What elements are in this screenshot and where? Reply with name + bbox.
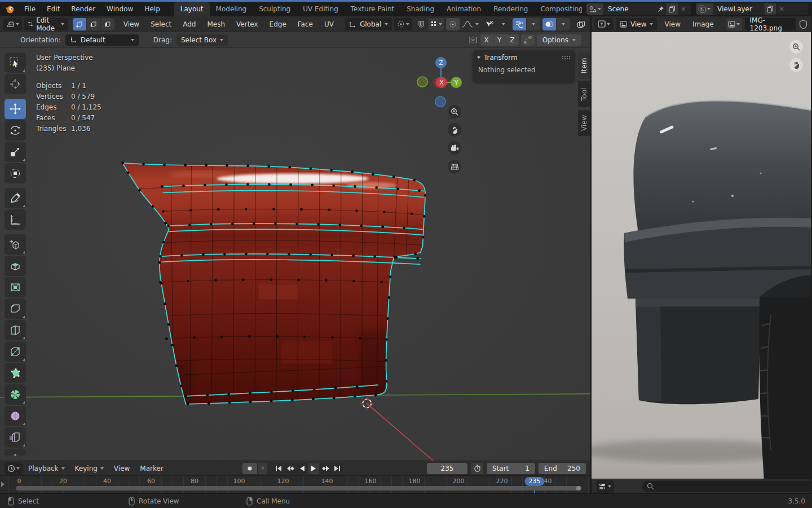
- unlink-scene-icon[interactable]: ×: [678, 3, 689, 15]
- jump-to-end-button[interactable]: [332, 463, 343, 474]
- transform-panel-title[interactable]: Transform: [484, 54, 518, 62]
- current-frame-field[interactable]: 235: [427, 463, 467, 474]
- pan-view-hand-button[interactable]: [448, 123, 461, 137]
- tab-shading[interactable]: Shading: [400, 2, 440, 16]
- mesh-object[interactable]: [123, 163, 426, 409]
- remove-viewlayer-icon[interactable]: ×: [776, 3, 787, 15]
- tool-annotate[interactable]: [5, 188, 26, 208]
- tool-shrink-fatten[interactable]: [5, 449, 26, 456]
- editor-type-button-properties[interactable]: [596, 480, 614, 493]
- tab-texture-paint[interactable]: Texture Paint: [345, 2, 400, 16]
- options-dropdown[interactable]: Options: [537, 34, 581, 46]
- vertex-select-mode-button[interactable]: [73, 18, 86, 30]
- tool-add-cube[interactable]: [5, 234, 26, 255]
- tool-transform[interactable]: [5, 163, 26, 183]
- editor-type-button-image[interactable]: [595, 18, 613, 30]
- playhead-frame-badge[interactable]: 235: [525, 477, 545, 486]
- image-canvas[interactable]: [592, 32, 811, 479]
- snap-symmetry-icon[interactable]: [521, 34, 535, 46]
- pivot-point-dropdown[interactable]: [394, 18, 412, 30]
- tab-layout[interactable]: Layout: [174, 2, 210, 16]
- menu-keying[interactable]: Keying: [70, 462, 108, 475]
- menu-image[interactable]: Image: [688, 18, 718, 30]
- snap-settings-dropdown[interactable]: [429, 18, 444, 30]
- keying-set-dropdown[interactable]: [258, 463, 267, 474]
- toggle-xray-icon[interactable]: [574, 18, 588, 30]
- image-mode-dropdown[interactable]: View: [616, 18, 657, 30]
- overlays-dropdown[interactable]: [527, 18, 540, 30]
- menu-uv[interactable]: UV: [320, 18, 338, 30]
- tool-poly-build[interactable]: [5, 363, 26, 383]
- tool-edge-slide[interactable]: [5, 427, 26, 448]
- prev-keyframe-button[interactable]: [285, 463, 295, 474]
- tab-sculpting[interactable]: Sculpting: [253, 2, 297, 16]
- tool-cursor[interactable]: [5, 74, 26, 94]
- menu-mesh[interactable]: Mesh: [202, 18, 230, 30]
- tool-scale[interactable]: [5, 142, 26, 162]
- shield-fake-user-icon[interactable]: [799, 20, 807, 29]
- next-keyframe-button[interactable]: [320, 463, 331, 474]
- mirror-z-button[interactable]: Z: [506, 34, 519, 46]
- xray-dropdown[interactable]: [557, 18, 570, 30]
- tool-knife[interactable]: [5, 341, 26, 362]
- tool-loop-cut[interactable]: [5, 320, 26, 340]
- menu-render[interactable]: Render: [66, 3, 100, 15]
- nav-gizmo[interactable]: Z Y X: [413, 51, 467, 107]
- viewlayer-browse-button[interactable]: [696, 3, 713, 15]
- menu-select[interactable]: Select: [146, 18, 176, 30]
- tool-smooth[interactable]: [5, 406, 26, 426]
- scene-browse-button[interactable]: [586, 3, 603, 15]
- menu-add[interactable]: Add: [178, 18, 200, 30]
- tab-compositing[interactable]: Compositing: [534, 2, 582, 16]
- gizmo-dropdown[interactable]: [497, 18, 510, 30]
- orientation-setting-dropdown[interactable]: Default: [65, 34, 139, 46]
- menu-view[interactable]: View: [119, 18, 144, 30]
- show-overlays-icon[interactable]: [513, 18, 526, 30]
- zoom-view-button[interactable]: [448, 105, 461, 119]
- tool-extrude-region[interactable]: [5, 256, 26, 276]
- editor-type-button-timeline[interactable]: [5, 462, 23, 475]
- tab-animation[interactable]: Animation: [440, 2, 487, 16]
- menu-vertex[interactable]: Vertex: [232, 18, 263, 30]
- transform-orientation-dropdown[interactable]: Global: [345, 18, 392, 30]
- sidebar-tab-tool[interactable]: Tool: [578, 81, 590, 107]
- mode-dropdown[interactable]: Edit Mode: [24, 18, 68, 30]
- play-reverse-button[interactable]: [297, 463, 307, 474]
- proportional-falloff-dropdown[interactable]: [460, 18, 480, 30]
- start-frame-field[interactable]: Start 1: [487, 463, 535, 474]
- panel-grip-icon[interactable]: [562, 55, 571, 60]
- snap-magnet-icon[interactable]: [414, 18, 428, 30]
- tab-modeling[interactable]: Modeling: [210, 2, 253, 16]
- pin-icon[interactable]: [655, 3, 667, 15]
- properties-search-input[interactable]: [642, 481, 812, 492]
- blender-logo-icon[interactable]: [3, 4, 16, 14]
- auto-keying-record-button[interactable]: [242, 463, 257, 474]
- menu-window[interactable]: Window: [102, 3, 138, 15]
- mirror-x-button[interactable]: X: [480, 34, 493, 46]
- image-pan-hand-button[interactable]: [789, 58, 803, 72]
- menu-marker[interactable]: Marker: [135, 462, 167, 475]
- new-scene-copy-icon[interactable]: [667, 3, 678, 15]
- stopwatch-icon[interactable]: [471, 463, 483, 474]
- face-select-mode-button[interactable]: [101, 18, 114, 30]
- tool-inset-faces[interactable]: [5, 277, 26, 297]
- ortho-perspective-toggle-button[interactable]: [448, 160, 461, 173]
- timeline-ruler[interactable]: 0 20 40 60 80 100 120 140 160 180 200 22…: [0, 475, 590, 493]
- edge-select-mode-button[interactable]: [87, 18, 100, 30]
- xray-circles-icon[interactable]: [542, 18, 556, 30]
- expand-arrow-icon[interactable]: [1, 481, 5, 487]
- show-gizmo-icon[interactable]: [483, 18, 496, 30]
- collapse-panel-icon[interactable]: [477, 56, 480, 59]
- menu-playback[interactable]: Playback: [24, 462, 69, 475]
- image-zoom-button[interactable]: [789, 40, 803, 54]
- jump-to-start-button[interactable]: [273, 463, 284, 474]
- tool-rotate[interactable]: [5, 120, 26, 141]
- tool-move[interactable]: [5, 99, 26, 119]
- tab-uv-editing[interactable]: UV Editing: [297, 2, 345, 16]
- menu-timeline-view[interactable]: View: [109, 462, 134, 475]
- menu-edit[interactable]: Edit: [42, 3, 65, 15]
- viewlayer-name[interactable]: ViewLayer: [713, 5, 765, 13]
- editor-type-button-3d-viewport[interactable]: [3, 18, 22, 30]
- viewport-canvas[interactable]: User Perspective (235) Plane Objects1 / …: [0, 48, 590, 461]
- scene-name[interactable]: Scene: [603, 5, 655, 13]
